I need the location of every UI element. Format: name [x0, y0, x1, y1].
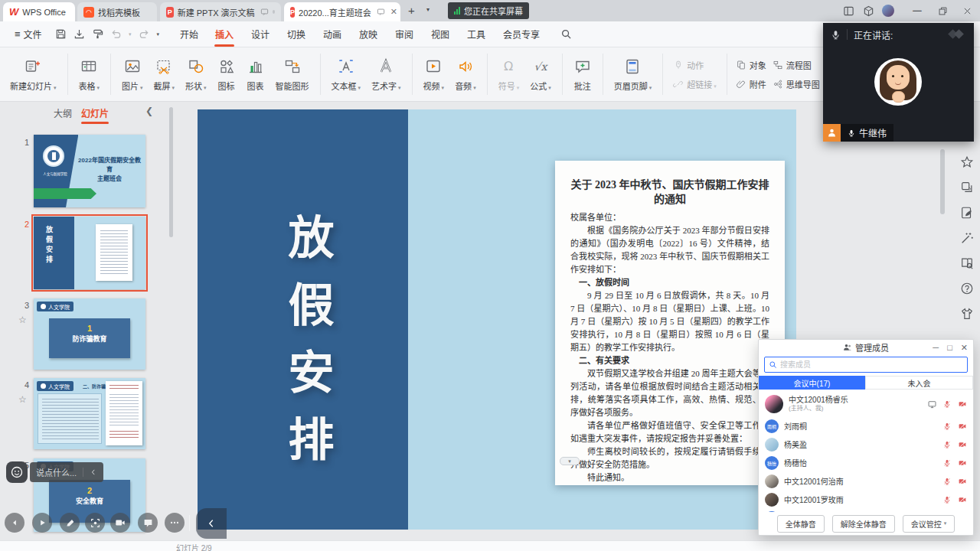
icon-library-button[interactable]: 图标 — [212, 47, 241, 101]
camera-off-icon[interactable] — [958, 400, 967, 408]
mindmap-button[interactable]: 思维导图 — [773, 78, 820, 90]
picture-button[interactable]: 图片 — [116, 47, 149, 101]
unmute-all-button[interactable]: 解除全体静音 — [832, 515, 895, 533]
skin-theme-icon[interactable] — [960, 307, 974, 321]
chat-input-bar[interactable]: 说点什么... — [30, 462, 103, 482]
table-button[interactable]: 表格 — [74, 47, 106, 101]
member-search-input[interactable] — [780, 360, 963, 369]
members-panel-titlebar[interactable]: 管理成员 ─ □ ✕ — [759, 340, 973, 355]
participant-row[interactable]: 杨美盈 — [759, 435, 973, 454]
shape-button[interactable]: 形状 — [180, 47, 212, 101]
play-button[interactable] — [32, 513, 52, 533]
close-button[interactable] — [957, 0, 977, 21]
material-pen-icon[interactable] — [960, 206, 974, 220]
danmaku-chat-overlay[interactable]: 说点什么... — [6, 461, 103, 483]
tab-current-document[interactable]: P 20220...育主题班会 ✕ — [284, 2, 400, 21]
attachment-button[interactable]: 附件 — [736, 78, 766, 90]
slide-panel-scrollbar[interactable] — [169, 107, 173, 237]
camera-off-icon[interactable] — [958, 459, 967, 467]
collapse-chat-icon[interactable] — [90, 468, 97, 476]
flowchart-button[interactable]: 流程图 — [773, 59, 820, 71]
tab-in-meeting[interactable]: 会议中(17) — [759, 376, 865, 390]
tab-tools[interactable]: 工具 — [457, 21, 495, 47]
object-button[interactable]: 对象 — [736, 59, 766, 71]
tab-member[interactable]: 会员专享 — [493, 21, 550, 47]
new-tab-button[interactable]: + — [408, 4, 415, 17]
duplicate-layers-icon[interactable] — [960, 181, 974, 194]
tab-animation[interactable]: 动画 — [313, 21, 351, 47]
participant-row-host[interactable]: 中文12001杨睿乐(主持人、我) — [759, 391, 973, 417]
redo-icon[interactable] — [139, 28, 150, 40]
participant-row[interactable]: 中文12001何治南 — [759, 472, 973, 491]
emoji-smiley-icon[interactable] — [6, 461, 28, 483]
tab-design[interactable]: 设计 — [241, 21, 279, 47]
participant-row[interactable]: 雨桐 刘雨桐 — [759, 417, 973, 435]
screenshot-frame-button[interactable] — [85, 513, 105, 533]
camera-off-icon[interactable] — [958, 496, 967, 504]
header-footer-button[interactable]: 页眉页脚 — [609, 47, 658, 101]
screen-share-icon[interactable] — [928, 400, 936, 409]
format-painter-icon[interactable] — [92, 28, 103, 40]
new-slide-button[interactable]: 新建幻灯片 — [5, 47, 62, 101]
slides-tab[interactable]: 幻灯片 — [81, 106, 109, 119]
participant-row[interactable]: 中文12001罗玫雨 — [759, 491, 973, 509]
save-icon[interactable] — [55, 28, 67, 40]
tab-list-caret-icon[interactable]: ▾ — [426, 6, 430, 13]
search-icon[interactable] — [560, 28, 572, 40]
slide-thumbnail-1[interactable]: 人文与新闻学院 2022年国庆假期安全教育 主题班会 — [34, 135, 145, 207]
wordart-button[interactable]: 艺术字 — [366, 47, 407, 101]
panel-close-icon[interactable]: ✕ — [961, 343, 968, 353]
collapse-panel-icon[interactable]: ❮ — [145, 106, 153, 116]
favorites-star-icon[interactable] — [960, 155, 974, 169]
undo-icon[interactable] — [110, 28, 122, 40]
meeting-control-button[interactable]: 会议管控▾ — [903, 515, 956, 533]
restore-button[interactable] — [933, 0, 952, 21]
camera-off-icon[interactable] — [958, 441, 967, 448]
comment-button[interactable]: 批注 — [568, 47, 597, 101]
help-icon[interactable] — [960, 282, 974, 295]
tab-slideshow[interactable]: 放映 — [349, 21, 387, 47]
mic-off-icon[interactable] — [943, 400, 951, 408]
slide-vertical-title[interactable]: 放假安排 — [274, 214, 341, 483]
app-center-icon[interactable] — [858, 0, 878, 21]
chart-button[interactable]: 图表 — [241, 47, 270, 101]
qat-caret-icon[interactable]: ▾ — [157, 31, 160, 37]
notice-document[interactable]: 关于 2023 年中秋节、国庆节假期工作安排的通知 校属各单位： 根据《国务院办… — [555, 161, 785, 485]
magic-wand-icon[interactable] — [960, 231, 974, 245]
tab-home[interactable]: 开始 — [170, 21, 208, 47]
slide-canvas[interactable]: 放假安排 关于 2023 年中秋节、国庆节假期工作安排的通知 校属各单位： 根据… — [198, 109, 796, 530]
chat-button[interactable] — [138, 513, 158, 533]
formula-button[interactable]: 公式 — [524, 47, 557, 101]
tab-not-joined[interactable]: 未入会 — [865, 376, 973, 390]
mic-off-icon[interactable] — [943, 478, 951, 485]
file-menu[interactable]: ≡文件 — [5, 21, 52, 47]
video-call-panel[interactable]: 正在讲话: 牛继伟 — [823, 23, 974, 142]
mic-off-icon[interactable] — [943, 422, 951, 430]
proofread-book-icon[interactable] — [960, 256, 974, 270]
slide-thumbnail-2-selected[interactable]: 放假安排 — [34, 217, 145, 289]
slide-thumbnail-4[interactable]: 人文学院 二、防诈骗教育 — [34, 378, 145, 449]
account-avatar[interactable] — [878, 0, 898, 21]
mute-all-button[interactable]: 全体静音 — [777, 515, 825, 533]
previous-button[interactable] — [5, 513, 24, 533]
sidebar-toggle-icon[interactable] — [838, 0, 858, 21]
panel-maximize-icon[interactable]: □ — [947, 343, 952, 352]
tab-wps-home[interactable]: W WPS Office — [3, 2, 75, 21]
toolbar-collapse-handle[interactable] — [196, 508, 227, 539]
mic-off-icon[interactable] — [943, 459, 951, 467]
tab-transition[interactable]: 切换 — [277, 21, 315, 47]
member-search-box[interactable] — [764, 357, 968, 373]
mic-off-icon[interactable] — [943, 441, 951, 448]
close-tab-icon[interactable]: ✕ — [390, 7, 397, 17]
slide-thumbnail-3[interactable]: 人文学院 1 防诈骗教育 — [34, 298, 145, 370]
camera-off-icon[interactable] — [958, 478, 967, 485]
camera-off-icon[interactable] — [958, 422, 967, 430]
mic-off-icon[interactable] — [943, 496, 951, 504]
canvas-scrollbar[interactable] — [940, 149, 945, 214]
tab-insert[interactable]: 插入 — [205, 21, 243, 47]
tab-view[interactable]: 视图 — [421, 21, 459, 47]
tab-review[interactable]: 审阅 — [385, 21, 423, 47]
annotate-pen-button[interactable] — [60, 513, 80, 533]
outline-tab[interactable]: 大纲 — [54, 106, 72, 119]
tab-new-pptx[interactable]: P 新建 PPTX 演示文稿 — [160, 2, 281, 21]
